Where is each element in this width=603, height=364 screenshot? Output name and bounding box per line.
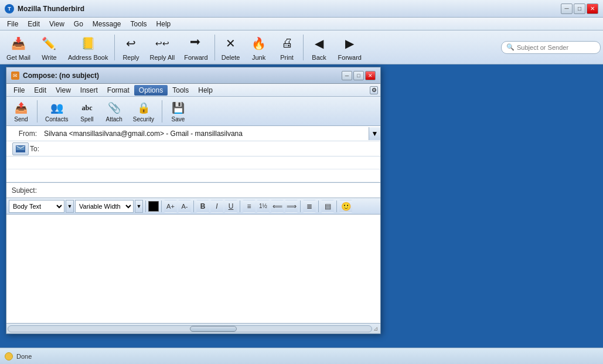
subject-input[interactable] <box>42 185 380 196</box>
numbers-button[interactable]: 1½ <box>257 200 270 213</box>
style-dropdown-btn[interactable]: ▼ <box>66 200 74 213</box>
menu-file[interactable]: File <box>2 19 23 29</box>
to-row: To: <box>6 141 380 157</box>
italic-button[interactable]: I <box>210 200 223 213</box>
back-icon: ◀ <box>310 34 329 53</box>
main-title-bar: T Mozilla Thunderbird ─ □ ✕ <box>0 0 603 18</box>
to-input[interactable] <box>42 144 380 154</box>
status-text: Done <box>16 353 32 360</box>
compose-textarea[interactable] <box>6 215 380 323</box>
underline-button[interactable]: U <box>224 200 237 213</box>
compose-toolbar-sep-2 <box>162 100 162 123</box>
compose-toolbar-sep-1 <box>37 100 38 123</box>
reply-button[interactable]: ↩ Reply <box>117 32 144 63</box>
compose-menu-format[interactable]: Format <box>103 85 134 96</box>
address-book-button[interactable]: 📒 Address Book <box>64 32 112 63</box>
nav-forward-button[interactable]: ▶ Forward <box>334 32 366 63</box>
save-icon: 💾 <box>170 100 186 116</box>
bullets-button[interactable]: ≡ <box>243 200 255 213</box>
compose-window: ✉ Compose: (no subject) ─ □ ✕ File Edit … <box>6 67 381 334</box>
font-select[interactable]: Variable Width <box>75 200 134 213</box>
write-button[interactable]: ✏️ Write <box>36 32 63 63</box>
menu-message[interactable]: Message <box>88 19 126 29</box>
compose-menu-tools[interactable]: Tools <box>168 85 193 96</box>
compose-window-buttons: ─ □ ✕ <box>342 71 376 80</box>
compose-menu-gear[interactable]: ⚙ <box>370 86 378 94</box>
print-icon: 🖨 <box>278 34 297 53</box>
menu-go[interactable]: Go <box>69 19 88 29</box>
delete-button[interactable]: ✕ Delete <box>217 32 244 63</box>
fmt-sep-4 <box>240 200 240 212</box>
compose-menu-edit[interactable]: Edit <box>29 85 51 96</box>
menu-tools[interactable]: Tools <box>126 19 152 29</box>
bold-button[interactable]: B <box>196 200 209 213</box>
search-box[interactable]: 🔍 <box>501 41 601 54</box>
compose-menu-file[interactable]: File <box>9 85 29 96</box>
compose-title-bar: ✉ Compose: (no subject) ─ □ ✕ <box>6 67 380 84</box>
from-label: From: <box>6 130 42 138</box>
security-button[interactable]: 🔒 Security <box>129 98 158 124</box>
outdent-button[interactable]: ⟸ <box>271 200 284 213</box>
compose-menu-insert[interactable]: Insert <box>76 85 103 96</box>
close-button[interactable]: ✕ <box>587 4 598 14</box>
align-button[interactable]: ≣ <box>303 200 316 213</box>
get-mail-button[interactable]: 📥 Get Mail <box>2 32 35 63</box>
contacts-icon: 👥 <box>49 100 65 116</box>
compose-minimize-button[interactable]: ─ <box>342 71 352 80</box>
from-dropdown-arrow[interactable]: ▼ <box>369 127 380 140</box>
subject-label: Subject: <box>6 186 42 195</box>
increase-font-button[interactable]: A+ <box>164 200 177 213</box>
maximize-button[interactable]: □ <box>574 4 585 14</box>
emoji-button[interactable]: 🙂 <box>339 200 352 213</box>
junk-button[interactable]: 🔥 Junk <box>246 32 272 63</box>
horizontal-scrollbar[interactable] <box>8 325 372 332</box>
compose-menu-help[interactable]: Help <box>193 85 217 96</box>
junk-icon: 🔥 <box>250 34 268 53</box>
text-color-swatch[interactable] <box>148 201 159 212</box>
decrease-font-button[interactable]: A- <box>178 200 191 213</box>
attach-icon: 📎 <box>106 100 122 116</box>
spell-icon: abc <box>79 100 95 116</box>
forward-button[interactable]: ⮕ Forward <box>180 32 212 63</box>
insert-button[interactable]: ▤ <box>321 200 334 213</box>
search-input[interactable] <box>517 44 598 51</box>
spell-button[interactable]: abc Spell <box>74 98 99 124</box>
compose-maximize-button[interactable]: □ <box>353 71 364 80</box>
format-toolbar: Body Text ▼ Variable Width ▼ A+ A- B I U… <box>6 198 380 215</box>
search-icon: 🔍 <box>506 43 515 51</box>
scroll-thumb[interactable] <box>190 326 237 332</box>
delete-icon: ✕ <box>222 34 240 53</box>
save-button[interactable]: 💾 Save <box>166 98 190 124</box>
main-content: ✉ Compose: (no subject) ─ □ ✕ File Edit … <box>0 64 603 348</box>
forward-icon: ⮕ <box>186 34 205 53</box>
fmt-sep-2 <box>161 200 162 212</box>
from-dropdown[interactable]: Silvana <mansillasilvana@gmail.com> - Gm… <box>42 127 380 140</box>
get-mail-icon: 📥 <box>9 34 28 53</box>
fmt-sep-3 <box>193 200 194 212</box>
indent-button[interactable]: ⟹ <box>285 200 298 213</box>
status-bar: Done <box>0 348 603 364</box>
compose-close-button[interactable]: ✕ <box>365 71 376 80</box>
to-button[interactable] <box>12 142 29 155</box>
from-value: Silvana <mansillasilvana@gmail.com> - Gm… <box>42 128 369 139</box>
reply-all-button[interactable]: ↩↩ Reply All <box>145 32 179 63</box>
print-button[interactable]: 🖨 Print <box>274 32 301 63</box>
to-label: To: <box>30 145 39 153</box>
resize-grip[interactable]: ⊿ <box>372 325 379 332</box>
style-select[interactable]: Body Text <box>9 200 64 213</box>
contacts-button[interactable]: 👥 Contacts <box>41 98 72 124</box>
menu-view[interactable]: View <box>45 19 69 29</box>
title-bar-buttons: ─ □ ✕ <box>561 4 598 14</box>
from-row: From: Silvana <mansillasilvana@gmail.com… <box>6 126 380 141</box>
compose-menu-options[interactable]: Options <box>134 85 168 96</box>
attach-button[interactable]: 📎 Attach <box>101 98 126 124</box>
send-button[interactable]: 📤 Send <box>9 98 33 124</box>
fmt-sep-1 <box>145 200 146 212</box>
menu-help[interactable]: Help <box>152 19 176 29</box>
font-dropdown-btn[interactable]: ▼ <box>135 200 143 213</box>
minimize-button[interactable]: ─ <box>561 4 573 14</box>
compose-menu-view[interactable]: View <box>51 85 76 96</box>
menu-edit[interactable]: Edit <box>23 19 45 29</box>
nav-forward-icon: ▶ <box>340 34 359 53</box>
back-button[interactable]: ◀ Back <box>306 32 333 63</box>
